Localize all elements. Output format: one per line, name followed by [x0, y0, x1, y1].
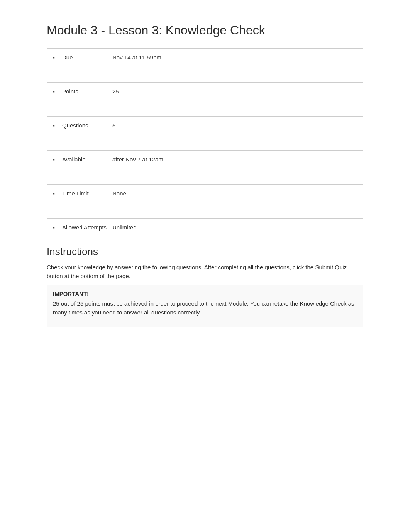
instructions-paragraph1: Check your knowledge by answering the fo… — [47, 263, 363, 280]
time-limit-row: ■ Time Limit None — [47, 185, 363, 202]
questions-value: 5 — [112, 122, 115, 129]
important-label: IMPORTANT! — [53, 291, 357, 297]
bullet-icon: ■ — [51, 158, 57, 161]
available-value: after Nov 7 at 12am — [112, 156, 163, 163]
questions-row: ■ Questions 5 — [47, 117, 363, 134]
bullet-icon: ■ — [51, 226, 57, 229]
due-group: ■ Due Nov 14 at 11:59pm — [47, 48, 363, 66]
allowed-attempts-group: ■ Allowed Attempts Unlimited — [47, 219, 363, 236]
instructions-section: Instructions Check your knowledge by ans… — [47, 246, 363, 327]
points-row: ■ Points 25 — [47, 83, 363, 100]
points-label: Points — [62, 88, 108, 95]
questions-label: Questions — [62, 122, 108, 129]
due-label: Due — [62, 54, 108, 61]
allowed-attempts-row: ■ Allowed Attempts Unlimited — [47, 219, 363, 236]
info-section: ■ Due Nov 14 at 11:59pm ■ Points 25 — [47, 48, 363, 236]
bullet-icon: ■ — [51, 56, 57, 59]
allowed-attempts-label: Allowed Attempts — [62, 224, 108, 231]
time-limit-group: ■ Time Limit None — [47, 185, 363, 202]
available-label: Available — [62, 156, 108, 163]
points-group: ■ Points 25 — [47, 83, 363, 100]
due-value: Nov 14 at 11:59pm — [112, 54, 161, 61]
bullet-icon: ■ — [51, 124, 57, 127]
bullet-icon: ■ — [51, 90, 57, 93]
bullet-icon: ■ — [51, 192, 57, 195]
available-row: ■ Available after Nov 7 at 12am — [47, 151, 363, 168]
instructions-paragraph2: 25 out of 25 points must be achieved in … — [53, 299, 357, 317]
questions-group: ■ Questions 5 — [47, 117, 363, 134]
page-title: Module 3 - Lesson 3: Knowledge Check — [47, 23, 363, 37]
instructions-title: Instructions — [47, 246, 363, 258]
allowed-attempts-value: Unlimited — [112, 224, 137, 231]
due-row: ■ Due Nov 14 at 11:59pm — [47, 49, 363, 66]
points-value: 25 — [112, 88, 119, 95]
available-group: ■ Available after Nov 7 at 12am — [47, 151, 363, 168]
important-block: IMPORTANT! 25 out of 25 points must be a… — [47, 285, 363, 327]
time-limit-value: None — [112, 190, 126, 197]
time-limit-label: Time Limit — [62, 190, 108, 197]
